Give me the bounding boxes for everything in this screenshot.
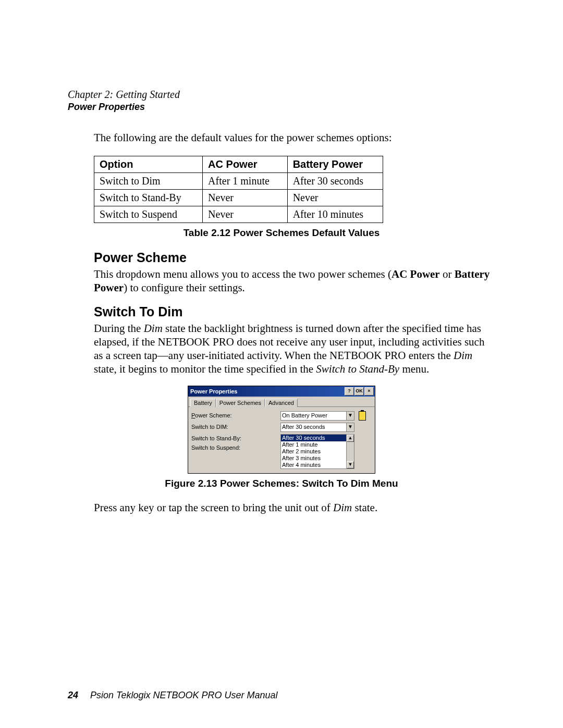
th-ac: AC Power [203,156,288,173]
list-item[interactable]: After 3 minutes [281,455,346,462]
label-switch-to-standby: Switch to Stand-By: [191,435,277,441]
titlebar[interactable]: Power Properties ? OK × [188,386,375,397]
text: menu. [399,363,429,375]
para-press-any-key: Press any key or tap the screen to bring… [94,501,495,514]
chevron-down-icon[interactable]: ▼ [346,423,354,431]
scroll-down-icon[interactable]: ▼ [347,461,354,468]
tabs-row: Battery Power Schemes Advanced [188,397,375,407]
text: or [440,268,455,280]
dialog-title: Power Properties [190,388,344,394]
cell: Switch to Stand-By [94,190,203,206]
intro-text: The following are the default values for… [94,131,495,144]
defaults-table: Option AC Power Battery Power Switch to … [94,156,383,223]
footer: 24 Psion Teklogix NETBOOK PRO User Manua… [68,690,278,701]
cell: Switch to Suspend [94,206,203,223]
chapter-line: Chapter 2: Getting Started [68,89,495,101]
switch-to-dim-list[interactable]: After 30 seconds After 1 minute After 2 … [280,434,354,469]
power-scheme-dropdown[interactable]: On Battery Power ▼ [280,411,354,421]
list-item[interactable]: After 1 minute [281,441,346,448]
cell: Never [203,206,288,223]
tab-power-schemes[interactable]: Power Schemes [216,399,265,407]
text: ) to configure their settings. [124,281,245,294]
label-switch-to-dim: Switch to DIM: [191,423,277,430]
text: This dropdown menu allows you to access … [94,268,391,280]
table-caption: Table 2.12 Power Schemes Default Values [68,227,495,239]
italic: Dim [333,501,352,514]
cell: Never [287,190,383,206]
section-line: Power Properties [68,102,495,113]
cell: After 10 minutes [287,206,383,223]
italic: Dim [454,349,472,362]
table-row: Switch to Dim After 1 minute After 30 se… [94,173,383,190]
heading-switch-to-dim: Switch To Dim [94,304,495,319]
footer-title: Psion Teklogix NETBOOK PRO User Manual [90,690,277,700]
text: Press any key or tap the screen to bring… [94,501,333,514]
cell: Switch to Dim [94,173,203,190]
italic: Dim [144,322,163,335]
table-row: Switch to Stand-By Never Never [94,190,383,206]
scroll-up-icon[interactable]: ▲ [347,435,354,442]
chevron-down-icon[interactable]: ▼ [346,412,354,420]
close-button[interactable]: × [364,387,374,396]
cell: After 30 seconds [287,173,383,190]
battery-icon [359,411,366,421]
page-number: 24 [68,690,78,700]
scrollbar[interactable]: ▲ ▼ [346,435,354,468]
italic: Switch to Stand-By [316,363,399,375]
th-option: Option [94,156,203,173]
para-switch-to-dim: During the Dim state the backlight brigh… [94,322,495,376]
power-properties-dialog: Power Properties ? OK × Battery Power Sc… [188,386,375,474]
label-power-scheme: Power Scheme: [191,411,277,418]
list-item[interactable]: After 2 minutes [281,448,346,455]
dropdown-value: On Battery Power [281,412,346,420]
text: state, it begins to monitor the time spe… [94,363,316,375]
table-row: Switch to Suspend Never After 10 minutes [94,206,383,223]
list-item[interactable]: After 30 seconds [281,435,346,441]
list-item[interactable]: After 4 minutes [281,462,346,468]
text: During the [94,322,144,335]
cell: After 1 minute [203,173,288,190]
figure-caption: Figure 2.13 Power Schemes: Switch To Dim… [68,478,495,489]
th-batt: Battery Power [287,156,383,173]
help-button[interactable]: ? [345,387,354,396]
tab-battery[interactable]: Battery [190,399,216,407]
tab-advanced[interactable]: Advanced [265,399,298,407]
cell: Never [203,190,288,206]
bold: AC Power [391,268,440,280]
text: state. [352,501,377,514]
accel: P [191,412,195,418]
ok-button[interactable]: OK [354,387,364,396]
label-switch-to-suspend: Switch to Suspend: [191,445,277,451]
para-power-scheme: This dropdown menu allows you to access … [94,267,495,295]
dropdown-value: After 30 seconds [281,423,346,431]
heading-power-scheme: Power Scheme [94,250,495,265]
switch-to-dim-dropdown[interactable]: After 30 seconds ▼ [280,423,354,432]
